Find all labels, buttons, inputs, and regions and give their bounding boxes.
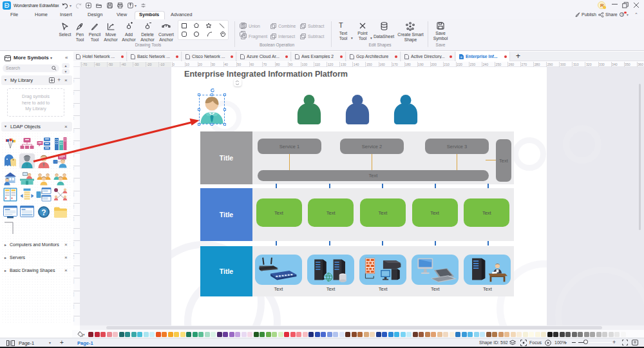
- svg-text:?: ?: [41, 208, 46, 217]
